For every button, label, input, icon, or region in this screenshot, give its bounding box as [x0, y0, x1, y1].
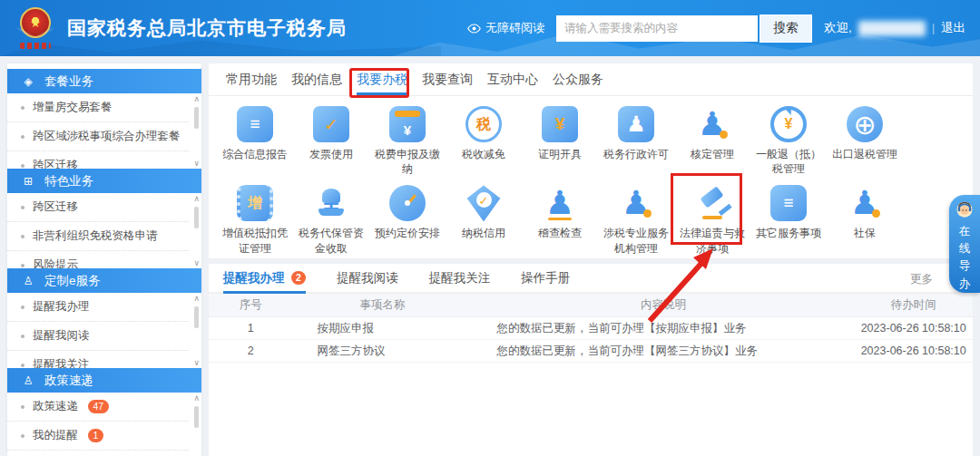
sidebar-item-label: 增量房交易套餐: [33, 100, 113, 115]
tile-icon-glyph: ¥: [404, 122, 411, 138]
table-row[interactable]: 2网签三方协议您的数据已更新，当前可办理【网签三方协议】业务2023-06-26…: [209, 340, 973, 363]
tile-出口退税管理[interactable]: ⊕出口退税管理: [827, 106, 903, 176]
chevron-down-icon[interactable]: ∨: [193, 358, 200, 367]
chevron-up-icon[interactable]: ∧: [193, 94, 200, 103]
tile-label: 增值税抵扣凭证管理: [217, 226, 293, 255]
tab-互动中心[interactable]: 互动中心: [486, 63, 539, 95]
ticket-check-icon: ✓: [313, 106, 349, 142]
gavel-icon: [694, 185, 730, 221]
tile-其它服务事项[interactable]: ≡其它服务事项: [750, 185, 827, 255]
tab-常用功能[interactable]: 常用功能: [225, 63, 278, 95]
table-row[interactable]: 1按期应申报您的数据已更新，当前可办理【按期应申报】业务2023-06-26 1…: [209, 317, 973, 340]
chevron-down-icon[interactable]: ∨: [193, 258, 200, 267]
cell-seq: 2: [209, 344, 293, 357]
sidebar-item[interactable]: 政策速递47: [7, 393, 189, 422]
tab-公众服务[interactable]: 公众服务: [552, 63, 604, 95]
reminder-tab-操作手册[interactable]: 操作手册: [521, 264, 570, 292]
sidebar-item[interactable]: 风险提示: [7, 251, 189, 268]
sidebar-item-label: 风险提示: [33, 257, 78, 268]
reminder-tab-bar: 提醒我办理2提醒我阅读提醒我关注操作手册更多: [209, 264, 973, 294]
sidebar-section-items: 跨区迁移非营利组织免税资格申请风险提示∧∨: [7, 193, 201, 268]
chevron-down-icon[interactable]: ∨: [193, 159, 200, 168]
sidebar-item[interactable]: 提醒我阅读: [7, 322, 189, 351]
tile-综合信息报告[interactable]: ≡综合信息报告: [217, 106, 293, 176]
header-divider: |: [932, 22, 935, 34]
refresh-yen-icon: ¥: [770, 106, 807, 142]
tile-label: 核定管理: [674, 147, 750, 161]
tile-法律追责与救济事项[interactable]: 法律追责与救济事项: [674, 185, 750, 255]
online-guide-float-button[interactable]: 在线导办: [949, 195, 980, 293]
scrollbar-thumb[interactable]: [194, 207, 199, 228]
gauge-icon: [389, 185, 426, 221]
tab-我要查询[interactable]: 我要查询: [421, 63, 474, 95]
tile-稽查检查[interactable]: ♟稽查检查: [522, 185, 598, 255]
tab-我的信息[interactable]: 我的信息: [290, 63, 343, 95]
sidebar-item[interactable]: 提醒我办理: [7, 293, 189, 322]
accessibility-toggle[interactable]: 无障碍阅读: [467, 20, 544, 36]
user-icon: ♙: [21, 276, 35, 286]
reminder-tab-提醒我关注[interactable]: 提醒我关注: [429, 264, 491, 292]
tile-一般退（抵）税管理[interactable]: ¥一般退（抵）税管理: [750, 106, 827, 176]
more-link[interactable]: 更多: [910, 272, 933, 287]
tile-税收减免[interactable]: 税税收减免: [446, 106, 522, 176]
sidebar-item[interactable]: 我的提醒1: [7, 422, 189, 451]
tab-我要办税[interactable]: 我要办税: [356, 63, 408, 95]
sidebar-section: ⊞特色业务跨区迁移非营利组织免税资格申请风险提示∧∨: [7, 169, 201, 268]
sidebar-section-header[interactable]: ⊞特色业务: [7, 169, 201, 193]
tile-label: 税费申报及缴纳: [369, 147, 446, 176]
tile-icon-glyph: ≡: [250, 114, 260, 134]
tile-label: 税收减免: [446, 147, 522, 161]
tile-税务代保管资金收取[interactable]: ¥税务代保管资金收取: [293, 185, 369, 255]
tile-纳税信用[interactable]: ✓纳税信用: [446, 185, 522, 255]
tile-核定管理[interactable]: ♟核定管理: [674, 106, 750, 176]
tile-icon-glyph: ¥: [323, 186, 340, 221]
tile-label: 一般退（抵）税管理: [750, 147, 827, 176]
chevron-up-icon[interactable]: ∧: [193, 393, 200, 403]
tile-label: 稽查检查: [522, 226, 598, 240]
tile-涉税专业服务机构管理[interactable]: ♟涉税专业服务机构管理: [598, 185, 674, 255]
site-title: 国家税务总局北京市电子税务局: [67, 15, 347, 41]
scrollbar-thumb[interactable]: [194, 406, 199, 428]
scrollbar-thumb[interactable]: [194, 107, 199, 129]
sidebar-item[interactable]: 非营利组织免税资格申请: [7, 222, 189, 251]
reminders-card: 提醒我办理2提醒我阅读提醒我关注操作手册更多 序号 事项名称 内容说明 待办时间…: [209, 264, 973, 456]
sidebar-section-header[interactable]: ♙政策速递: [7, 368, 201, 393]
tile-icon-glyph: ✓: [324, 114, 338, 135]
chevron-up-icon[interactable]: ∧: [193, 194, 200, 203]
tile-税务行政许可[interactable]: ♟税务行政许可: [598, 106, 674, 176]
sidebar-item[interactable]: 跨区域涉税事项综合办理套餐: [7, 122, 189, 151]
ticket-yen-icon: ¥: [542, 106, 578, 142]
sidebar-item[interactable]: 增量房交易套餐: [7, 93, 189, 122]
sidebar-item[interactable]: 跨区迁移: [7, 193, 189, 222]
tile-税费申报及缴纳[interactable]: ¥税费申报及缴纳: [369, 106, 446, 176]
sidebar-section-header[interactable]: ♙定制e服务: [7, 268, 201, 293]
tile-icon-glyph: ≡: [783, 193, 793, 213]
top-header: ★ 国家税务总局北京市电子税务局 无障碍阅读 搜索 欢迎, | 退出: [0, 0, 980, 56]
reminder-tab-提醒我阅读[interactable]: 提醒我阅读: [337, 264, 398, 292]
sidebar: ◈套餐业务增量房交易套餐跨区域涉税事项综合办理套餐跨区迁移∧∨⊞特色业务跨区迁移…: [7, 63, 201, 456]
col-header-desc: 内容说明: [472, 297, 854, 313]
scrollbar-thumb[interactable]: [194, 306, 199, 328]
bullet-icon: [21, 106, 24, 110]
tile-社保[interactable]: ♟社保: [827, 185, 903, 255]
tile-增值税抵扣凭证管理[interactable]: 增增值税抵扣凭证管理: [217, 185, 293, 255]
sidebar-section-header[interactable]: ◈套餐业务: [7, 69, 201, 93]
layers-icon: ◈: [21, 76, 35, 87]
tile-发票使用[interactable]: ✓发票使用: [293, 106, 369, 176]
reminder-tab-提醒我办理[interactable]: 提醒我办理2: [223, 264, 306, 292]
card-person-icon: ♟: [618, 106, 654, 142]
col-header-time: 待办时间: [854, 297, 973, 313]
logout-link[interactable]: 退出: [941, 20, 965, 36]
seal-icon: 税: [466, 106, 502, 142]
sidebar-section-items: 提醒我办理提醒我阅读提醒我关注∧∨: [7, 293, 201, 368]
sidebar-item[interactable]: 提醒我关注: [7, 351, 189, 368]
cell-seq: 1: [209, 322, 293, 335]
sidebar-item[interactable]: 跨区迁移: [7, 151, 189, 169]
search-button[interactable]: 搜索: [760, 15, 812, 43]
tile-证明开具[interactable]: ¥证明开具: [522, 106, 598, 176]
table-body: 1按期应申报您的数据已更新，当前可办理【按期应申报】业务2023-06-26 1…: [209, 317, 973, 363]
chevron-up-icon[interactable]: ∧: [193, 294, 200, 303]
tile-预约定价安排[interactable]: 预约定价安排: [369, 185, 446, 255]
sidebar-item[interactable]: 我的待办: [7, 451, 189, 456]
tile-label: 预约定价安排: [369, 226, 446, 240]
